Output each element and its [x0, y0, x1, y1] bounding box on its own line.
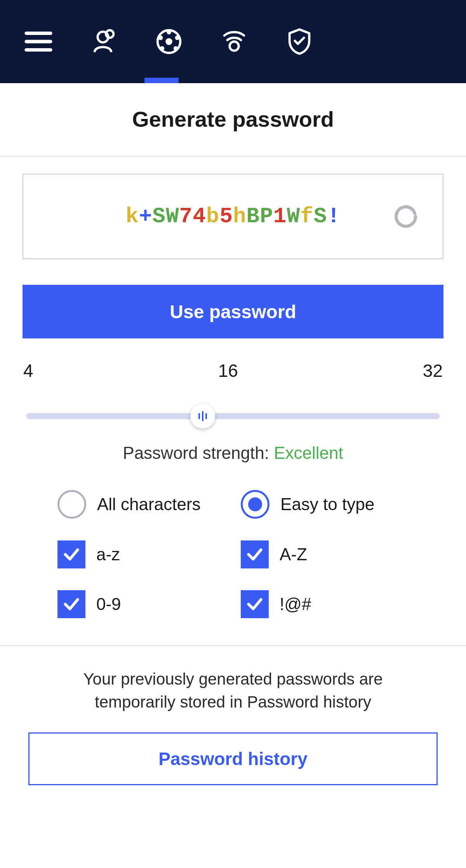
checkbox-digits[interactable] [57, 590, 85, 618]
checkbox-symbols[interactable] [241, 590, 269, 618]
length-slider[interactable] [23, 404, 443, 428]
checkbox-uppercase-row: A-Z [241, 540, 409, 568]
checkbox-lowercase-row: a-z [57, 540, 225, 568]
page-title: Generate password [0, 83, 466, 157]
svg-point-7 [168, 31, 170, 33]
radio-all-characters-label: All characters [97, 495, 201, 514]
password-char: W [166, 204, 179, 229]
signal-icon[interactable] [219, 26, 249, 57]
password-history-button[interactable]: Password history [28, 732, 438, 785]
length-slider-labels: 4 16 32 [23, 360, 443, 381]
password-char: S [314, 204, 327, 229]
svg-point-10 [161, 47, 163, 50]
options-grid: All characters Easy to type a-z A-Z 0-9 [23, 490, 443, 618]
section-divider [0, 645, 466, 646]
generator-icon[interactable] [154, 26, 184, 57]
radio-all-characters[interactable] [57, 490, 86, 519]
password-char: S [152, 204, 166, 229]
search-user-icon[interactable] [89, 26, 119, 57]
radio-easy-to-type[interactable] [241, 490, 270, 519]
slider-thumb[interactable] [190, 404, 215, 429]
password-char: + [139, 204, 153, 229]
password-char: P [260, 204, 273, 229]
svg-point-8 [176, 37, 179, 39]
password-char: 1 [273, 204, 287, 229]
password-char: h [233, 204, 247, 229]
generated-password-text: k+SW74b5hBP1WfS! [125, 204, 341, 229]
password-char: k [125, 204, 139, 229]
password-char: 4 [193, 204, 206, 229]
refresh-icon[interactable] [392, 203, 419, 230]
use-password-button[interactable]: Use password [23, 285, 443, 338]
checkbox-digits-row: 0-9 [57, 590, 225, 618]
slider-max-label: 32 [423, 360, 443, 381]
password-char: B [247, 204, 260, 229]
checkbox-lowercase[interactable] [57, 540, 85, 568]
password-char: 5 [219, 204, 233, 229]
generated-password-box: k+SW74b5hBP1WfS! [23, 174, 443, 259]
top-navbar [0, 0, 466, 83]
active-tab-indicator [144, 78, 179, 83]
slider-current-label: 16 [218, 360, 238, 381]
password-char: 7 [179, 204, 193, 229]
svg-point-4 [106, 30, 114, 38]
slider-min-label: 4 [23, 360, 33, 381]
radio-easy-to-type-label: Easy to type [280, 495, 374, 514]
shield-check-icon[interactable] [284, 26, 315, 57]
checkbox-digits-label: 0-9 [96, 594, 121, 614]
password-char: ! [327, 204, 341, 229]
checkbox-uppercase[interactable] [241, 540, 269, 568]
svg-point-6 [167, 39, 171, 44]
password-char: W [287, 204, 300, 229]
radio-easy-to-type-row: Easy to type [241, 490, 409, 519]
radio-all-characters-row: All characters [57, 490, 225, 519]
password-char: f [300, 204, 314, 229]
svg-point-11 [160, 37, 162, 39]
strength-value: Excellent [274, 443, 343, 462]
main-content: k+SW74b5hBP1WfS! Use password 4 16 32 Pa… [0, 157, 466, 785]
checkbox-uppercase-label: A-Z [280, 545, 307, 564]
checkbox-lowercase-label: a-z [96, 545, 120, 564]
password-char: b [206, 204, 220, 229]
svg-point-9 [175, 47, 177, 50]
slider-track [26, 413, 440, 419]
strength-label: Password strength: [123, 443, 274, 462]
checkbox-symbols-row: !@# [241, 590, 409, 618]
password-strength: Password strength: Excellent [23, 443, 443, 463]
menu-icon[interactable] [23, 26, 54, 57]
checkbox-symbols-label: !@# [280, 594, 311, 614]
svg-point-12 [230, 42, 238, 51]
history-info-text: Your previously generated passwords are … [23, 668, 443, 714]
